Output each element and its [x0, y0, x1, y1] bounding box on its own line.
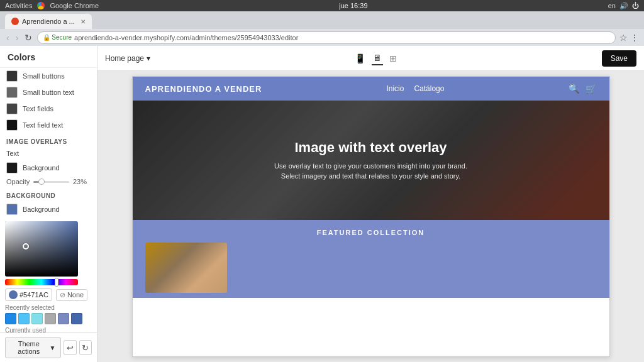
text-fields-row[interactable]: Text fields: [0, 101, 97, 117]
tab-close-button[interactable]: ✕: [80, 18, 86, 25]
reload-button[interactable]: ↻: [23, 33, 33, 43]
sidebar-bottom: Theme actions ▼ ↩ ↻: [0, 332, 97, 362]
bg-swatch[interactable]: [6, 204, 18, 215]
mobile-icon[interactable]: 📱: [353, 52, 367, 65]
swatch-recent-2[interactable]: [18, 313, 30, 324]
preview-area: Home page ▾ 📱 🖥 ⊞ Save APRENDIENDO A VEN…: [97, 46, 644, 362]
secure-badge: 🔒 Secure: [43, 34, 72, 41]
back-button[interactable]: ‹: [5, 33, 11, 43]
swatch-recent-6[interactable]: [71, 313, 82, 324]
preview-frame: APRENDIENDO A VENDER Inicio Catálogo 🔍 🛒: [97, 71, 644, 362]
product-card[interactable]: [145, 243, 227, 293]
nav-catalogo[interactable]: Catálogo: [414, 84, 444, 93]
redo-button[interactable]: ↻: [79, 340, 92, 355]
hero-section: Image with text overlay Use overlay text…: [133, 101, 609, 220]
theme-actions-button[interactable]: Theme actions ▼: [5, 337, 61, 358]
text-field-text-row[interactable]: Text field text: [0, 117, 97, 133]
main-layout: Colors Small buttons Small button text T…: [0, 46, 644, 362]
sidebar: Colors Small buttons Small button text T…: [0, 46, 97, 362]
home-page-selector[interactable]: Home page ▾: [105, 54, 150, 63]
chevron-down-icon: ▼: [50, 344, 56, 351]
save-label: Save: [611, 54, 628, 63]
home-page-label: Home page: [105, 54, 144, 63]
small-buttons-row[interactable]: Small buttons: [0, 68, 97, 84]
currently-used-section: Currently used: [5, 327, 92, 332]
none-icon: ⊘: [60, 291, 65, 299]
nav-inicio[interactable]: Inicio: [386, 84, 404, 93]
text-field-text-label: Text field text: [23, 121, 63, 129]
tab-bar: Aprendiendo a ... ✕: [0, 11, 644, 29]
hero-text: Use overlay text to give your customers …: [274, 161, 467, 182]
forward-button[interactable]: ›: [14, 33, 20, 43]
menu-button[interactable]: ⋮: [630, 33, 639, 43]
recently-selected-section: Recently selected: [5, 304, 92, 324]
fullscreen-icon[interactable]: ⊞: [388, 52, 398, 65]
hex-color-dot: [9, 290, 18, 299]
currently-used-label: Currently used: [5, 327, 92, 332]
chrome-app-name[interactable]: Google Chrome: [50, 2, 99, 9]
address-bar[interactable]: 🔒 Secure aprendiendo-a-vender.myshopify.…: [37, 31, 616, 44]
browser-chrome: Aprendiendo a ... ✕ ‹ › ↻ 🔒 Secure apren…: [0, 11, 644, 46]
small-button-text-row[interactable]: Small button text: [0, 84, 97, 101]
os-time: jue 16:39: [339, 2, 367, 9]
small-buttons-swatch[interactable]: [6, 70, 18, 82]
opacity-slider[interactable]: [33, 181, 69, 183]
overlay-text-row[interactable]: Text: [0, 147, 97, 160]
hex-input[interactable]: #5471AC: [5, 288, 52, 301]
recently-selected-label: Recently selected: [5, 304, 92, 311]
opacity-value: 23%: [73, 178, 91, 185]
sidebar-title: Colors: [0, 46, 97, 68]
device-icons: 📱 🖥 ⊞: [353, 52, 398, 65]
swatch-recent-3[interactable]: [31, 313, 43, 324]
opacity-thumb[interactable]: [38, 178, 45, 185]
small-button-text-swatch[interactable]: [6, 87, 18, 98]
overlay-bg-label: Background: [23, 164, 60, 172]
bookmark-button[interactable]: ☆: [619, 33, 628, 43]
chrome-favicon: [37, 2, 45, 9]
color-picker[interactable]: #5471AC ⊘ None Recently selected: [0, 217, 97, 332]
bg-color-row[interactable]: Background: [0, 201, 97, 217]
text-fields-swatch[interactable]: [6, 103, 18, 114]
product-card-image: [145, 243, 227, 293]
swatch-recent-1[interactable]: [5, 313, 16, 324]
color-hex-row: #5471AC ⊘ None: [5, 288, 92, 301]
preview-toolbar: Home page ▾ 📱 🖥 ⊞ Save: [97, 46, 644, 71]
text-field-text-swatch[interactable]: [6, 119, 18, 131]
background-section: BACKGROUND: [0, 187, 97, 201]
hero-overlay: Image with text overlay Use overlay text…: [133, 101, 609, 220]
none-button[interactable]: ⊘ None: [56, 289, 87, 301]
tab-title: Aprendiendo a ...: [22, 18, 75, 25]
small-buttons-label: Small buttons: [23, 72, 65, 80]
swatch-recent-5[interactable]: [58, 313, 69, 324]
hex-value: #5471AC: [19, 291, 48, 299]
opacity-label: Opacity: [6, 178, 30, 185]
cart-icon[interactable]: 🛒: [586, 84, 596, 94]
address-text: aprendiendo-a-vender.myshopify.com/admin…: [74, 34, 298, 41]
search-icon[interactable]: 🔍: [569, 84, 579, 94]
undo-button[interactable]: ↩: [64, 340, 76, 355]
image-overlays-section: IMAGE OVERLAYS: [0, 133, 97, 147]
sidebar-content: Small buttons Small button text Text fie…: [0, 68, 97, 332]
hue-bar[interactable]: [5, 279, 78, 285]
desktop-icon[interactable]: 🖥: [372, 52, 383, 65]
volume-icon[interactable]: 🔊: [619, 2, 628, 10]
sidebar-title-text: Colors: [8, 52, 35, 62]
active-tab[interactable]: Aprendiendo a ... ✕: [5, 14, 92, 29]
none-label: None: [67, 291, 84, 299]
save-button[interactable]: Save: [602, 50, 636, 67]
hero-title: Image with text overlay: [294, 140, 447, 156]
lang-indicator[interactable]: en: [608, 2, 616, 9]
opacity-row: Opacity 23%: [0, 176, 97, 187]
color-picker-gradient-box[interactable]: [5, 221, 78, 277]
preview-site: APRENDIENDO A VENDER Inicio Catálogo 🔍 🛒: [132, 76, 610, 357]
swatch-recent-4[interactable]: [45, 313, 56, 324]
site-nav: APRENDIENDO A VENDER Inicio Catálogo 🔍 🛒: [133, 77, 609, 101]
featured-title: FEATURED COLLECTION: [145, 229, 597, 236]
picker-thumb[interactable]: [23, 243, 29, 250]
nav-bar: ‹ › ↻ 🔒 Secure aprendiendo-a-vender.mysh…: [0, 29, 644, 46]
activities-label[interactable]: Activities: [5, 2, 32, 9]
overlay-bg-swatch[interactable]: [6, 162, 18, 173]
nav-icons: ☆ ⋮: [619, 33, 639, 43]
hue-thumb[interactable]: [55, 278, 58, 287]
overlay-background-row[interactable]: Background: [0, 160, 97, 176]
